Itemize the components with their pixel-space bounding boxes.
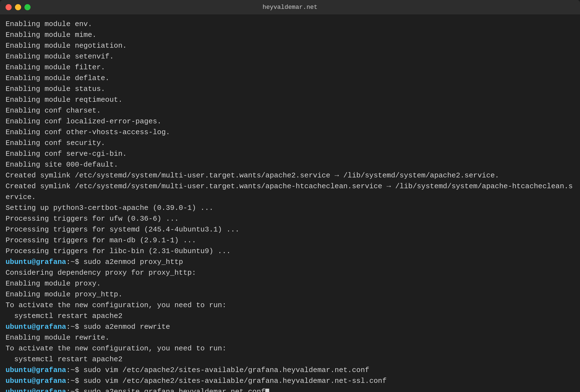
prompt-command: $ sudo vim /etc/apache2/sites-available/… — [75, 366, 369, 374]
prompt-user: ubuntu@grafana — [6, 323, 66, 331]
prompt-user: ubuntu@grafana — [6, 388, 66, 392]
terminal-line: To activate the new configuration, you n… — [6, 343, 574, 354]
terminal-line: Processing triggers for libc-bin (2.31-0… — [6, 246, 574, 257]
prompt-path: :~ — [66, 258, 75, 266]
terminal-line: systemctl restart apache2 — [6, 354, 574, 365]
prompt-command: $ sudo a2enmod proxy_http — [75, 258, 183, 266]
terminal-line: Setting up python3-certbot-apache (0.39.… — [6, 203, 574, 213]
terminal-line: Enabling site 000-default. — [6, 159, 574, 170]
prompt-user: ubuntu@grafana — [6, 366, 66, 374]
terminal-line: Enabling module rewrite. — [6, 332, 574, 343]
prompt-command: $ sudo a2enmod rewrite — [75, 323, 170, 331]
terminal-line: Enabling module mime. — [6, 30, 574, 40]
title-bar: heyvaldemar.net — [0, 0, 580, 14]
terminal-line: Enabling module deflate. — [6, 73, 574, 84]
terminal-line: Enabling module reqtimeout. — [6, 95, 574, 105]
terminal-line: Considering dependency proxy for proxy_h… — [6, 268, 574, 278]
terminal-line: Enabling module setenvif. — [6, 51, 574, 62]
terminal-line: Processing triggers for ufw (0.36-6) ... — [6, 213, 574, 224]
prompt-path: :~ — [66, 323, 75, 331]
prompt-user: ubuntu@grafana — [6, 377, 66, 385]
prompt-user: ubuntu@grafana — [6, 258, 66, 266]
terminal-line: Processing triggers for systemd (245.4-4… — [6, 224, 574, 235]
terminal-line: systemctl restart apache2 — [6, 311, 574, 322]
terminal-line: ubuntu@grafana:~$ sudo vim /etc/apache2/… — [6, 376, 574, 386]
terminal-line: Enabling conf other-vhosts-access-log. — [6, 127, 574, 138]
terminal-cursor — [265, 389, 269, 392]
prompt-path: :~ — [66, 377, 75, 385]
prompt-command: $ sudo a2ensite grafana.heyvaldemar.net.… — [75, 388, 266, 392]
terminal-line: Enabling conf charset. — [6, 105, 574, 116]
terminal-line: Enabling conf serve-cgi-bin. — [6, 149, 574, 159]
prompt-command: $ sudo vim /etc/apache2/sites-available/… — [75, 377, 387, 385]
terminal-line: ubuntu@grafana:~$ sudo vim /etc/apache2/… — [6, 365, 574, 376]
terminal-line: Enabling module proxy. — [6, 278, 574, 289]
minimize-button[interactable] — [15, 4, 21, 10]
terminal-content[interactable]: Enabling module env.Enabling module mime… — [0, 14, 580, 392]
prompt-path: :~ — [66, 366, 75, 374]
terminal-line: Enabling module status. — [6, 84, 574, 95]
terminal-line: Enabling conf security. — [6, 138, 574, 149]
terminal-window: heyvaldemar.net Enabling module env.Enab… — [0, 0, 580, 392]
prompt-path: :~ — [66, 388, 75, 392]
maximize-button[interactable] — [24, 4, 31, 10]
terminal-line: Created symlink /etc/systemd/system/mult… — [6, 181, 574, 203]
terminal-line: Enabling module filter. — [6, 62, 574, 73]
terminal-line: Enabling conf localized-error-pages. — [6, 116, 574, 127]
terminal-line: Created symlink /etc/systemd/system/mult… — [6, 170, 574, 181]
traffic-lights — [6, 4, 31, 10]
close-button[interactable] — [6, 4, 12, 10]
terminal-line: ubuntu@grafana:~$ sudo a2ensite grafana.… — [6, 386, 574, 392]
terminal-line: To activate the new configuration, you n… — [6, 300, 574, 311]
terminal-line: ubuntu@grafana:~$ sudo a2enmod rewrite — [6, 322, 574, 332]
terminal-line: ubuntu@grafana:~$ sudo a2enmod proxy_htt… — [6, 257, 574, 268]
terminal-line: Enabling module env. — [6, 19, 574, 30]
terminal-line: Enabling module negotiation. — [6, 40, 574, 51]
terminal-line: Processing triggers for man-db (2.9.1-1)… — [6, 235, 574, 246]
terminal-line: Enabling module proxy_http. — [6, 289, 574, 300]
window-title: heyvaldemar.net — [263, 4, 317, 11]
